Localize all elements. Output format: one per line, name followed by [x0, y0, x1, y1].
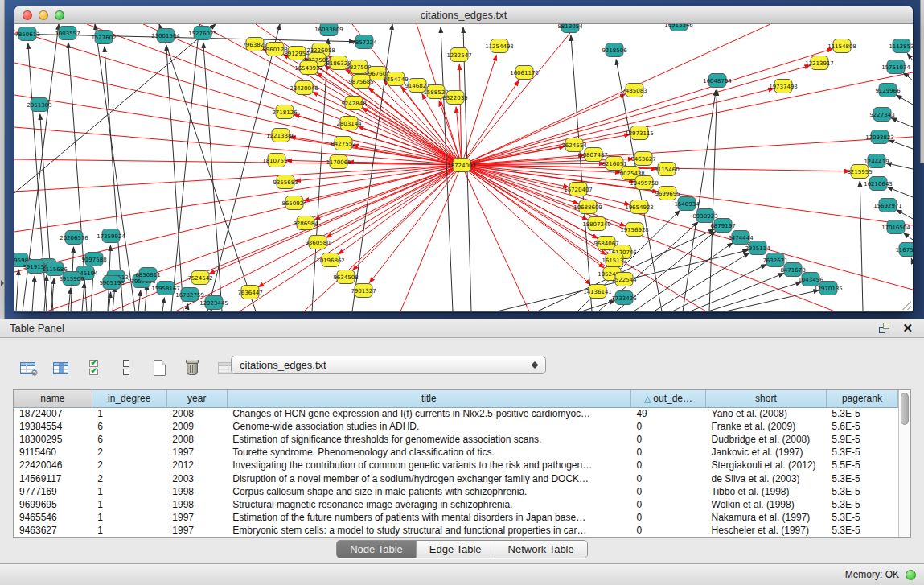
table-cell[interactable]: 2008 — [166, 407, 227, 420]
table-cell[interactable]: 9115460 — [14, 446, 92, 459]
graph-node[interactable]: 2935114 — [745, 241, 770, 255]
column-header-out_degree[interactable]: △out_de… — [630, 390, 705, 407]
table-cell[interactable]: 0 — [630, 498, 705, 511]
table-row[interactable]: 2242004622012Investigating the contribut… — [14, 459, 898, 472]
table-cell[interactable]: Tourette syndrome. Phenomenology and cla… — [227, 446, 630, 459]
graph-node[interactable]: 9875685 — [348, 75, 373, 89]
tab-network-table[interactable]: Network Table — [495, 541, 587, 558]
graph-node[interactable]: 9242848 — [341, 97, 366, 110]
table-cell[interactable]: 2012 — [166, 459, 227, 472]
graph-node[interactable]: 8813054 — [557, 24, 583, 33]
graph-node[interactable]: 1640934 — [674, 197, 700, 211]
table-cell[interactable]: Franke et al. (2009) — [706, 420, 827, 433]
delete-table-button[interactable] — [183, 357, 202, 378]
graph-node[interactable]: 2803144 — [336, 117, 362, 130]
memory-status-indicator[interactable] — [906, 570, 916, 580]
table-cell[interactable]: 1 — [92, 485, 166, 498]
graph-node[interactable]: 1167533 — [895, 243, 913, 257]
table-cell[interactable]: 9465546 — [14, 511, 92, 524]
table-cell[interactable]: 19384554 — [14, 420, 92, 433]
graph-node[interactable]: 1232547 — [446, 48, 471, 62]
graph-node[interactable]: 9115460 — [654, 163, 679, 176]
table-cell[interactable]: 9463627 — [14, 524, 92, 537]
table-cell[interactable]: 5.6E-5 — [826, 420, 897, 433]
table-cell[interactable]: 9699695 — [14, 498, 92, 511]
graph-node[interactable]: 2051303 — [27, 98, 51, 112]
graph-node[interactable]: 9463627 — [630, 152, 655, 166]
table-row[interactable]: 1456911722003Disruption of a novel membe… — [14, 472, 898, 484]
table-cell[interactable]: 5.3E-5 — [826, 498, 897, 511]
graph-node[interactable]: 9197588 — [81, 253, 106, 266]
column-header-short[interactable]: short — [706, 390, 827, 407]
graph-node[interactable]: 1733426 — [611, 291, 637, 305]
network-canvas[interactable]: 1872400779638228960128891295423226058982… — [14, 24, 913, 311]
graph-node[interactable]: 9699695 — [655, 187, 680, 200]
graph-node[interactable]: 16048794 — [703, 74, 732, 88]
table-settings-button[interactable]: ⚙ — [18, 357, 37, 378]
minimize-window-icon[interactable] — [39, 10, 48, 20]
table-cell[interactable]: 5.3E-5 — [826, 524, 897, 537]
table-row[interactable]: 977716911998Corpus callosum shape and si… — [14, 485, 898, 498]
graph-node[interactable]: 9360580 — [305, 236, 330, 249]
graph-node[interactable]: 19756928 — [620, 223, 649, 237]
graph-node[interactable]: 1527602 — [91, 31, 116, 44]
graph-node[interactable]: 9634508 — [333, 270, 358, 284]
graph-node[interactable]: 7857224 — [351, 35, 377, 49]
control-panel-edge[interactable] — [0, 0, 5, 319]
table-cell[interactable]: 5.3E-5 — [826, 446, 897, 459]
table-row[interactable]: 1938455462009Genome-wide association stu… — [14, 420, 898, 433]
graph-node[interactable]: 8322035 — [442, 91, 467, 105]
graph-node[interactable]: 10196862 — [316, 253, 345, 267]
table-cell[interactable]: Hescheler et al. (1997) — [706, 524, 827, 537]
graph-node[interactable]: 7632621 — [762, 253, 787, 267]
column-header-in_degree[interactable]: in_degree — [92, 390, 166, 407]
table-cell[interactable]: 1997 — [166, 511, 227, 524]
table-cell[interactable]: 2008 — [166, 433, 227, 446]
table-cell[interactable]: Estimation of the future numbers of pati… — [227, 511, 630, 524]
graph-node[interactable]: 8650924 — [281, 196, 307, 210]
table-cell[interactable]: 18300295 — [14, 433, 92, 446]
table-cell[interactable]: Wolkin et al. (1998) — [706, 498, 827, 511]
graph-node[interactable]: 7485083 — [622, 84, 647, 97]
graph-node[interactable]: 12213386 — [266, 129, 295, 142]
table-cell[interactable]: 1998 — [166, 485, 227, 498]
table-row[interactable]: 946554611997Estimation of the future num… — [14, 511, 898, 524]
row-select-button[interactable] — [84, 357, 103, 378]
column-header-year[interactable]: year — [166, 390, 227, 407]
table-cell[interactable]: 0 — [630, 459, 705, 472]
graph-node[interactable]: 8938923 — [692, 209, 717, 223]
graph-node[interactable]: 12973115 — [625, 126, 654, 140]
table-cell[interactable]: 5.3E-5 — [826, 472, 897, 484]
table-cell[interactable]: Tibbo et al. (1998) — [706, 485, 827, 498]
tab-node-table[interactable]: Node Table — [337, 541, 417, 558]
table-cell[interactable]: Changes of HCN gene expression and I(f) … — [227, 407, 630, 420]
column-header-pagerank[interactable]: pagerank — [826, 390, 897, 407]
new-table-button[interactable] — [150, 357, 169, 378]
graph-node[interactable]: 9218506 — [602, 43, 627, 57]
table-cell[interactable]: Genome-wide association studies in ADHD. — [227, 420, 630, 433]
graph-node[interactable]: 10688609 — [573, 200, 602, 214]
table-cell[interactable]: Corpus callosum shape and size in male p… — [227, 485, 630, 498]
table-cell[interactable]: 49 — [630, 407, 705, 420]
table-cell[interactable]: Investigating the contribution of common… — [227, 459, 630, 472]
table-cell[interactable]: 2 — [92, 446, 166, 459]
table-cell[interactable]: 6 — [92, 433, 166, 446]
table-cell[interactable]: 5.3E-5 — [826, 407, 897, 420]
citation-network-graph[interactable]: 1872400779638228960128891295423226058982… — [14, 24, 913, 311]
table-cell[interactable]: 5.9E-5 — [826, 433, 897, 446]
table-cell[interactable]: de Silva et al. (2003) — [706, 472, 827, 484]
zoom-window-icon[interactable] — [55, 10, 64, 20]
table-cell[interactable]: 22420046 — [14, 459, 92, 472]
graph-node[interactable]: 3915909 — [59, 272, 84, 286]
table-cell[interactable]: 1 — [92, 511, 166, 524]
graph-node[interactable]: 16061170 — [510, 66, 539, 80]
graph-node[interactable]: 7522544 — [611, 273, 637, 286]
graph-node[interactable]: 14136141 — [583, 285, 612, 299]
table-cell[interactable]: 2003 — [166, 472, 227, 484]
graph-node[interactable]: 7524542 — [187, 271, 212, 285]
graph-node[interactable]: 16913546 — [664, 24, 693, 31]
graph-node[interactable]: 12213917 — [805, 56, 834, 70]
graph-node[interactable]: 16033809 — [314, 24, 343, 36]
graph-node[interactable]: 6850811 — [135, 268, 160, 282]
table-row[interactable]: 1830029562008Estimation of significance … — [14, 433, 898, 446]
